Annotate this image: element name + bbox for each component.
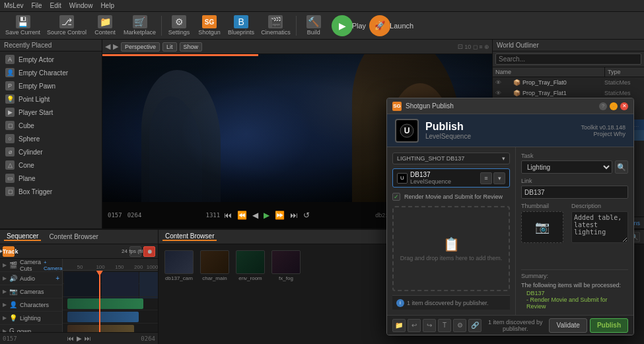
- add-audio-button[interactable]: +: [55, 275, 59, 282]
- tab-content-browser[interactable]: Content Browser: [46, 233, 100, 240]
- item-dropdown-icon[interactable]: ▾: [493, 172, 505, 184]
- visibility-icon[interactable]: 👁: [495, 90, 505, 96]
- expand-icon: ▶: [3, 289, 7, 294]
- step-back-button[interactable]: ⏪: [236, 211, 248, 220]
- source-control-button[interactable]: ⎇ Source Control: [44, 13, 89, 38]
- cone-icon: △: [5, 160, 15, 170]
- asset-item[interactable]: env_room: [234, 248, 267, 283]
- timeline-clip[interactable]: [67, 298, 143, 309]
- play-reverse-button[interactable]: ◀: [251, 211, 260, 220]
- task-selector[interactable]: Lighting: [521, 160, 612, 174]
- outliner-row[interactable]: 👁 📦 Prop_Tray_Flat0 StaticMes: [493, 77, 644, 88]
- outliner-search-input[interactable]: [495, 53, 641, 65]
- undo-icon[interactable]: ↩: [408, 319, 421, 332]
- save-button[interactable]: 💾 Save Current: [3, 13, 43, 38]
- placement-item-box-trigger[interactable]: ◻ Box Trigger: [0, 185, 102, 198]
- minimize-button[interactable]: -: [610, 102, 618, 110]
- shotgun-publish-dialog: SG Shotgun Publish ? - ✕ U Publish Level…: [386, 98, 634, 335]
- unreal-engine-icon: U: [395, 119, 419, 143]
- task-search-button[interactable]: 🔍: [615, 160, 628, 174]
- add-camera-label[interactable]: + Camera: [44, 259, 62, 271]
- track-camera-cuts[interactable]: ▶ 🎬 Camera Cuts + Camera: [0, 259, 62, 272]
- placement-item-plane[interactable]: ▭ Plane: [0, 172, 102, 185]
- perspective-button[interactable]: Perspective: [121, 42, 160, 52]
- fps-selector[interactable]: 24 fps (film): [129, 246, 141, 257]
- blueprints-button[interactable]: B Blueprints: [225, 13, 257, 38]
- publish-button[interactable]: Publish: [590, 318, 628, 333]
- drop-zone[interactable]: 📋 Drag and drop items here to add them.: [392, 206, 510, 291]
- thumbnail-box[interactable]: 📷: [521, 211, 563, 243]
- timeline-next-button[interactable]: ⏭: [85, 335, 91, 342]
- show-button[interactable]: Show: [180, 42, 203, 52]
- placement-item-point-light[interactable]: 💡 Point Light: [0, 92, 102, 106]
- placement-item-empty-character[interactable]: 👤 Empty Character: [0, 66, 102, 79]
- nav-back-icon[interactable]: ◀: [105, 42, 110, 51]
- asset-item[interactable]: db137_cam: [162, 248, 196, 283]
- lit-button[interactable]: Lit: [162, 42, 177, 52]
- play-button[interactable]: [332, 15, 353, 36]
- step-forward-button[interactable]: ⏩: [273, 211, 286, 220]
- text-icon[interactable]: T: [438, 319, 451, 332]
- track-gown[interactable]: ▶ G gown: [0, 325, 62, 332]
- help-button[interactable]: ?: [599, 102, 607, 110]
- track-lighting[interactable]: ▶ 💡 Lighting: [0, 312, 62, 325]
- settings-icon[interactable]: ⚙: [453, 319, 466, 332]
- info-bar: i 1 item discovered by publisher.: [392, 295, 510, 310]
- build-button[interactable]: 🔨 Build: [299, 13, 328, 38]
- tab-sequencer[interactable]: Sequencer: [4, 232, 41, 241]
- placement-item-player-start[interactable]: ▶ Player Start: [0, 106, 102, 119]
- timeline-play-button[interactable]: ▶: [77, 335, 82, 342]
- placement-item-sphere[interactable]: ○ Sphere: [0, 132, 102, 145]
- folder-icon[interactable]: 📁: [392, 319, 406, 332]
- menu-edit[interactable]: Edit: [50, 2, 61, 9]
- breadcrumb-menu-icon[interactable]: ▾: [502, 155, 505, 162]
- track-characters[interactable]: ▶ 👤 Characters: [0, 298, 62, 312]
- loop-button[interactable]: ↺: [302, 211, 311, 220]
- next-frame-button[interactable]: ⏭: [289, 211, 299, 220]
- content-button[interactable]: 📁 Content: [90, 13, 120, 38]
- sequence-timeline[interactable]: 50 100 150 200 1000: [63, 259, 158, 332]
- redo-icon[interactable]: ↪: [423, 319, 436, 332]
- menu-window[interactable]: Window: [69, 2, 93, 9]
- placement-item-cone[interactable]: △ Cone: [0, 158, 102, 172]
- nav-forward-icon[interactable]: ▶: [113, 42, 118, 51]
- asset-item[interactable]: fx_fog: [269, 248, 303, 283]
- render-movie-checkbox[interactable]: [392, 193, 400, 201]
- timeline-clip[interactable]: [67, 312, 139, 322]
- track-cameras[interactable]: ▶ 📷 Cameras: [0, 285, 62, 298]
- menu-help[interactable]: Help: [100, 2, 114, 9]
- visibility-icon[interactable]: 👁: [495, 79, 505, 86]
- timeline-prev-button[interactable]: ⏮: [67, 335, 74, 342]
- marketplace-button[interactable]: 🛒 Marketplace: [121, 13, 159, 38]
- menu-file[interactable]: File: [31, 2, 42, 9]
- track-list: ▶ 🎬 Camera Cuts + Camera ▶ 🔊 Audio + ▶ 📷…: [0, 259, 63, 332]
- record-button[interactable]: ⏺: [143, 246, 155, 257]
- description-textarea[interactable]: Added table, latest lighting: [571, 211, 628, 243]
- launch-button[interactable]: [369, 15, 390, 36]
- main-toolbar: 💾 Save Current ⎇ Source Control 📁 Conten…: [0, 12, 644, 40]
- play-forward-button[interactable]: ▶: [262, 211, 271, 220]
- add-track-button[interactable]: +Track: [3, 246, 15, 257]
- timeline-clip[interactable]: [67, 325, 134, 332]
- placement-item-cube[interactable]: ◻ Cube: [0, 119, 102, 132]
- placement-item-cylinder[interactable]: ⌀ Cylinder: [0, 145, 102, 158]
- settings-button[interactable]: ⚙ Settings: [164, 13, 194, 38]
- prev-frame-button[interactable]: ⏮: [223, 211, 233, 220]
- link-icon[interactable]: 🔗: [468, 319, 482, 332]
- timeline-footer: 0157 ⏮ ▶ ⏭ 0264: [0, 332, 158, 344]
- cinematics-button[interactable]: 🎬 Cinematics: [258, 13, 293, 38]
- placement-item-empty-actor[interactable]: A Empty Actor: [0, 53, 102, 66]
- item-menu-icon[interactable]: ≡: [480, 172, 492, 184]
- validate-button[interactable]: Validate: [549, 318, 587, 333]
- close-button[interactable]: ✕: [620, 102, 628, 110]
- link-input[interactable]: [521, 186, 628, 199]
- tab-content[interactable]: Content Browser: [162, 232, 217, 241]
- shotgun-button[interactable]: SG Shotgun: [195, 13, 224, 38]
- plane-icon: ▭: [5, 174, 15, 183]
- item-selector[interactable]: U DB137 LevelSequence ≡ ▾: [392, 168, 510, 188]
- track-audio[interactable]: ▶ 🔊 Audio +: [0, 272, 62, 285]
- asset-item[interactable]: char_main: [198, 248, 231, 283]
- outliner-row[interactable]: 👁 📦 Prop_Tray_Flat1 StaticMes: [493, 88, 644, 98]
- placement-item-empty-pawn[interactable]: P Empty Pawn: [0, 79, 102, 92]
- outliner-header: World Outliner: [493, 40, 644, 52]
